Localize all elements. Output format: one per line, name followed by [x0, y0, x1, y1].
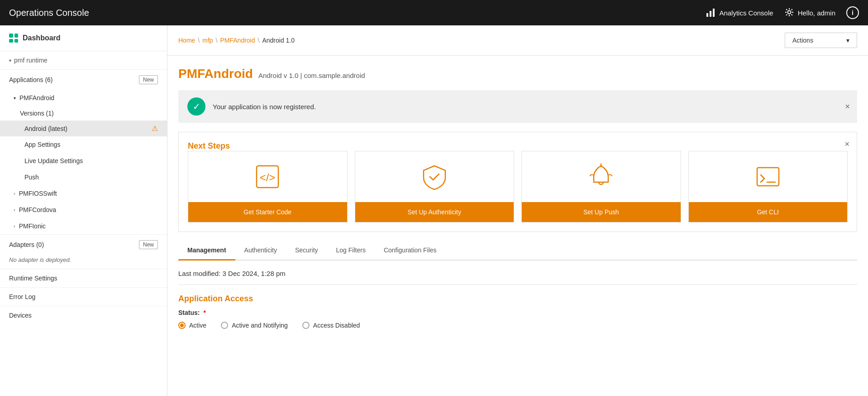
app-access-title: Application Access [178, 294, 857, 304]
radio-active-label: Active [189, 322, 206, 329]
breadcrumb-sep2: \ [216, 37, 218, 44]
sidebar-app-settings[interactable]: App Settings [0, 136, 167, 153]
required-star: * [203, 309, 205, 316]
sidebar-pmfios-swift[interactable]: › PMFIOSSwift [0, 185, 167, 202]
applications-section-header: Applications (6) New [0, 70, 167, 90]
tabs-row: Management Authenticity Security Log Fil… [178, 241, 857, 261]
radio-access-disabled[interactable]: Access Disabled [302, 322, 360, 329]
app-title: Operations Console [9, 8, 706, 18]
sidebar-pmf-cordova[interactable]: › PMFCordova [0, 202, 167, 218]
page-content: PMFAndroid Android v 1.0 | com.sample.an… [167, 56, 868, 396]
status-label: Status: [178, 309, 200, 316]
registration-banner: ✓ Your application is now registered. × [178, 90, 857, 123]
sidebar-runtime-settings[interactable]: Runtime Settings [0, 269, 167, 287]
analytics-console-label: Analytics Console [719, 9, 773, 17]
content-area: Home \ mfp \ PMFAndroid \ Android 1.0 Ac… [167, 25, 868, 396]
main-layout: Dashboard ▾ pmf runtime Applications (6)… [0, 25, 868, 396]
radio-notifying-circle [221, 322, 228, 329]
chevron-right-icon: › [14, 207, 15, 212]
app-name: PMFAndroid [178, 67, 253, 81]
breadcrumb-home[interactable]: Home [178, 37, 195, 44]
step-card-starter-code: </> Get Starter Code [188, 151, 348, 222]
terminal-icon [689, 151, 848, 202]
svg-rect-1 [710, 11, 711, 17]
svg-point-3 [787, 10, 791, 14]
last-modified: Last modified: 3 Dec 2024, 1:28 pm [178, 270, 857, 285]
actions-dropdown[interactable]: Actions ▾ [785, 33, 857, 48]
applications-new-badge[interactable]: New [139, 75, 158, 84]
breadcrumb-mfp[interactable]: mfp [202, 37, 213, 44]
radio-active-notifying[interactable]: Active and Notifying [221, 322, 288, 329]
sidebar-error-log[interactable]: Error Log [0, 287, 167, 306]
next-steps-title: Next Steps [188, 141, 230, 150]
hello-admin[interactable]: Hello, admin [784, 7, 835, 19]
app-title-row: PMFAndroid Android v 1.0 | com.sample.an… [178, 67, 857, 81]
svg-text:</>: </> [260, 171, 276, 184]
chevron-down-icon: ▾ [14, 96, 16, 101]
adapters-title: Adapters (0) [9, 241, 44, 248]
sidebar-item-dashboard[interactable]: Dashboard [0, 25, 167, 51]
sidebar: Dashboard ▾ pmf runtime Applications (6)… [0, 25, 167, 396]
no-adapter-label: No adapter is deployed. [0, 255, 167, 269]
actions-label: Actions [792, 37, 813, 44]
tab-configuration-files[interactable]: Configuration Files [375, 241, 446, 261]
tab-management[interactable]: Management [178, 241, 235, 261]
tab-security[interactable]: Security [286, 241, 327, 261]
sidebar-versions[interactable]: Versions (1) [0, 106, 167, 121]
sidebar-android-latest[interactable]: Android (latest) ⚠ [0, 121, 167, 136]
tab-log-filters[interactable]: Log Filters [327, 241, 375, 261]
set-up-authenticity-button[interactable]: Set Up Authenticity [355, 202, 514, 222]
warning-icon: ⚠ [152, 124, 158, 133]
sidebar-pmf-ionic[interactable]: › PMFIonic [0, 218, 167, 234]
sidebar-push[interactable]: Push [0, 169, 167, 185]
adapters-section-header: Adapters (0) New [0, 234, 167, 255]
next-steps-close-button[interactable]: × [844, 140, 849, 149]
chevron-right-icon: › [14, 223, 15, 229]
analytics-icon [706, 8, 715, 18]
banner-close-button[interactable]: × [845, 102, 850, 111]
svg-rect-2 [713, 9, 715, 17]
dashboard-grid-icon [9, 34, 18, 43]
chevron-down-icon: ▾ [846, 37, 849, 44]
breadcrumb-sep1: \ [198, 37, 200, 44]
check-circle-icon: ✓ [187, 97, 205, 116]
dashboard-label: Dashboard [23, 34, 61, 42]
svg-rect-7 [757, 168, 779, 186]
gear-icon [784, 7, 794, 19]
shield-icon [355, 151, 514, 202]
breadcrumb-pmfandroid[interactable]: PMFAndroid [220, 37, 255, 44]
svg-rect-0 [706, 13, 708, 17]
breadcrumb: Home \ mfp \ PMFAndroid \ Android 1.0 [178, 37, 295, 44]
step-card-authenticity: Set Up Authenticity [355, 151, 515, 222]
chevron-down-icon: ▾ [9, 58, 11, 63]
pmf-android-label: PMFAndroid [19, 94, 54, 101]
pmf-runtime-label: pmf runtime [14, 57, 48, 64]
set-up-push-button[interactable]: Set Up Push [522, 202, 681, 222]
sidebar-live-update-settings[interactable]: Live Update Settings [0, 153, 167, 169]
radio-active[interactable]: Active [178, 322, 206, 329]
radio-disabled-circle [302, 322, 310, 329]
breadcrumb-android10: Android 1.0 [262, 37, 295, 44]
sidebar-pmf-runtime[interactable]: ▾ pmf runtime [0, 51, 167, 70]
management-content: Last modified: 3 Dec 2024, 1:28 pm Appli… [178, 270, 857, 329]
sidebar-devices[interactable]: Devices [0, 306, 167, 324]
tab-authenticity[interactable]: Authenticity [235, 241, 286, 261]
android-latest-label: Android (latest) [24, 125, 67, 132]
radio-options: Active Active and Notifying Access Disab… [178, 322, 857, 329]
get-starter-code-button[interactable]: Get Starter Code [188, 202, 347, 222]
step-card-cli: Get CLI [688, 151, 848, 222]
radio-active-circle [178, 322, 186, 329]
breadcrumb-sep3: \ [258, 37, 260, 44]
bell-icon [522, 151, 681, 202]
get-cli-button[interactable]: Get CLI [689, 202, 848, 222]
sidebar-pmf-android[interactable]: ▾ PMFAndroid [0, 90, 167, 106]
radio-notifying-label: Active and Notifying [232, 322, 288, 329]
info-icon[interactable]: i [846, 6, 859, 19]
analytics-console-link[interactable]: Analytics Console [706, 8, 773, 18]
adapters-new-badge[interactable]: New [139, 240, 158, 249]
breadcrumb-bar: Home \ mfp \ PMFAndroid \ Android 1.0 Ac… [167, 25, 868, 56]
next-steps-cards: </> Get Starter Code Set [188, 151, 848, 222]
top-nav-right: Analytics Console Hello, admin i [706, 6, 859, 19]
step-card-push: Set Up Push [521, 151, 681, 222]
hello-admin-label: Hello, admin [798, 9, 835, 17]
